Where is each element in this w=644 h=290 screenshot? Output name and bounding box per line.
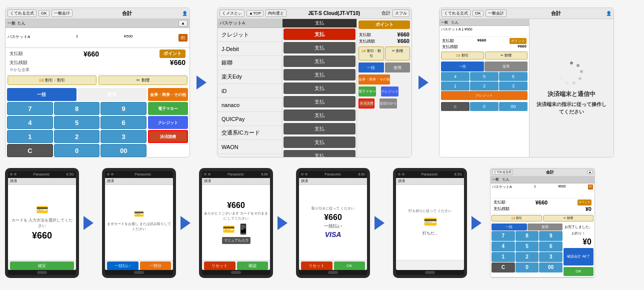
payment-method-rakuten-edy[interactable]: 楽天Edy: [218, 70, 282, 84]
pos2-back-btn[interactable]: くメスとぃ: [220, 10, 244, 17]
result-use-btn[interactable]: 使用: [528, 224, 563, 230]
pos1-disc-btn1[interactable]: 💴 割引・割引: [8, 76, 96, 85]
numpad-7[interactable]: 7: [7, 102, 53, 115]
result-back-btn[interactable]: くてれる立式: [492, 170, 513, 175]
pos1-credit-btn[interactable]: クレジット: [148, 116, 188, 129]
pos3-num-0[interactable]: 0: [470, 102, 498, 111]
terminal2-partial-btn[interactable]: 一部分: [140, 262, 172, 270]
result-ok-btn[interactable]: OK: [564, 267, 594, 276]
terminal4-ok-btn[interactable]: OK: [334, 262, 366, 270]
result-num-7[interactable]: 7: [492, 231, 515, 241]
numpad-3[interactable]: 3: [100, 130, 146, 143]
pos2-pay-btn-9[interactable]: 支払: [284, 136, 356, 148]
pos3-num-6[interactable]: 6: [499, 72, 528, 81]
terminal1-home-btn[interactable]: [37, 271, 47, 274]
pos1-coupon-btn[interactable]: 金券・商券・その他: [148, 88, 188, 101]
numpad-clear[interactable]: C: [7, 144, 53, 157]
result-num-3[interactable]: 3: [539, 252, 562, 262]
result-batch-btn[interactable]: 一括: [492, 224, 527, 230]
result-num-0[interactable]: 0: [516, 262, 539, 272]
pos3-num-c[interactable]: C: [441, 102, 470, 111]
pos2-disc-btn2[interactable]: ✂ 割増: [385, 46, 410, 60]
pos3-mini-point-btn[interactable]: ポイント: [510, 38, 526, 44]
result-num-1[interactable]: 1: [492, 252, 515, 262]
pos3-mini-disc-btn1[interactable]: 💴 割引: [441, 52, 484, 60]
terminal3-manual-btn[interactable]: マニュアル入力: [222, 237, 250, 244]
terminal2-home-btn[interactable]: [134, 271, 144, 274]
payment-method-quicpay[interactable]: QUICPay: [218, 112, 282, 126]
pos2-pay-btn-5[interactable]: 支払: [284, 82, 356, 94]
pos2-pay-btn-2[interactable]: 支払: [284, 42, 356, 54]
payment-method-credit[interactable]: クレジット: [218, 28, 282, 42]
pos3-num-1[interactable]: 1: [441, 82, 470, 90]
payment-method-jdebit[interactable]: J-Debit: [218, 42, 282, 56]
pos1-toolbar-right[interactable]: ▲: [178, 20, 188, 26]
pos3-num-4[interactable]: 4: [441, 72, 470, 81]
pos2-point-btn[interactable]: ポイント: [358, 20, 410, 29]
pos1-payment-btn[interactable]: 決済請携: [148, 130, 188, 143]
pos2-one-btn[interactable]: 一括: [358, 62, 384, 72]
pos3-cancel-btn[interactable]: 一般会計: [486, 10, 506, 17]
result-disc-btn2[interactable]: ✂ 割増: [543, 215, 594, 222]
terminal3-reset-btn[interactable]: リセット: [204, 262, 236, 270]
terminal1-confirm-btn[interactable]: 確定: [10, 262, 74, 270]
numpad-9[interactable]: 9: [100, 102, 146, 115]
result-num-00[interactable]: 00: [539, 262, 562, 272]
pos1-back-btn[interactable]: くてれる立式: [8, 10, 36, 17]
numpad-4[interactable]: 4: [7, 116, 53, 129]
pos2-pay-btn-10[interactable]: 支払: [284, 150, 356, 158]
pos2-credit-pay-btn[interactable]: 支払: [284, 28, 356, 40]
pos2-pay-btn-3[interactable]: 支払: [284, 56, 356, 67]
pos2-payment-btn[interactable]: 決済請携: [358, 98, 374, 108]
result-right-btn[interactable]: ▲: [587, 170, 593, 174]
pos1-cancel-btn[interactable]: 一般会计: [52, 10, 72, 17]
pos2-pay-btn-8[interactable]: 支払: [284, 123, 356, 134]
payment-method-nanaco[interactable]: nanaco: [218, 98, 282, 112]
pos3-mini-batch-btn[interactable]: 一括: [441, 62, 484, 72]
payment-method-waon[interactable]: WAON: [218, 140, 282, 154]
numpad-5[interactable]: 5: [54, 116, 100, 129]
pos1-emoney-btn[interactable]: 電子マネー: [148, 102, 188, 115]
pos2-credit-btn[interactable]: クレジット: [381, 86, 398, 96]
pos1-disc-btn2[interactable]: ✂ 割増: [98, 76, 188, 85]
numpad-00[interactable]: 00: [100, 144, 146, 157]
pos1-batch-btn[interactable]: 一括: [7, 88, 76, 101]
numpad-8[interactable]: 8: [54, 102, 100, 115]
pos2-use-btn[interactable]: 使用: [385, 62, 410, 72]
result-num-8[interactable]: 8: [516, 231, 539, 241]
result-num-5[interactable]: 5: [516, 242, 539, 252]
pos3-num-2[interactable]: 2: [470, 82, 498, 90]
pos1-ok-btn[interactable]: OK: [38, 10, 50, 16]
pos3-mini-disc-btn2[interactable]: ✂ 割増: [485, 52, 528, 60]
result-point-btn[interactable]: ポイント: [578, 200, 592, 206]
pos2-top-btn[interactable]: ▲TOP: [246, 10, 264, 16]
pos1-item-del-btn[interactable]: 削: [178, 34, 188, 42]
pos1-point-btn[interactable]: ポイント: [160, 50, 186, 58]
result-disc-btn1[interactable]: 💴 割引: [492, 215, 542, 222]
pos2-right-btn[interactable]: スフル: [392, 10, 410, 17]
terminal5-home-btn[interactable]: [425, 271, 435, 274]
pos2-pay-btn-7[interactable]: 支払: [284, 110, 356, 121]
result-num-6[interactable]: 6: [539, 242, 562, 252]
pos3-back-btn[interactable]: くてれる立式: [442, 10, 470, 17]
pos2-pay-btn-6[interactable]: 支払: [284, 96, 356, 108]
pos2-send-btn[interactable]: 送信のかり: [380, 98, 397, 108]
numpad-0[interactable]: 0: [54, 144, 100, 157]
payment-method-transit-ic[interactable]: 交通系ICカード: [218, 126, 282, 140]
pos1-use-btn[interactable]: 使用: [78, 88, 147, 101]
payment-method-other[interactable]: その他: [218, 154, 282, 158]
pos3-num-00[interactable]: 00: [499, 102, 528, 111]
terminal3-confirm-btn[interactable]: 確認: [237, 262, 268, 270]
numpad-1[interactable]: 1: [7, 130, 53, 143]
pos2-pay-btn-4[interactable]: 支払: [284, 69, 356, 80]
pos2-disc-btn1[interactable]: 💴 割引・割引: [358, 46, 384, 60]
pos3-mini-use-btn[interactable]: 使用: [484, 62, 528, 72]
result-num-9[interactable]: 9: [539, 231, 562, 241]
payment-method-id[interactable]: iD: [218, 84, 282, 98]
result-item-del[interactable]: 削: [588, 184, 593, 190]
terminal2-batch-btn[interactable]: 一括払い: [107, 262, 138, 270]
pos3-ok-btn[interactable]: OK: [472, 10, 484, 16]
result-num-4[interactable]: 4: [492, 242, 515, 252]
pos2-reg-btn[interactable]: 内向度と: [266, 10, 286, 17]
pos3-num-3[interactable]: 3: [499, 82, 528, 90]
